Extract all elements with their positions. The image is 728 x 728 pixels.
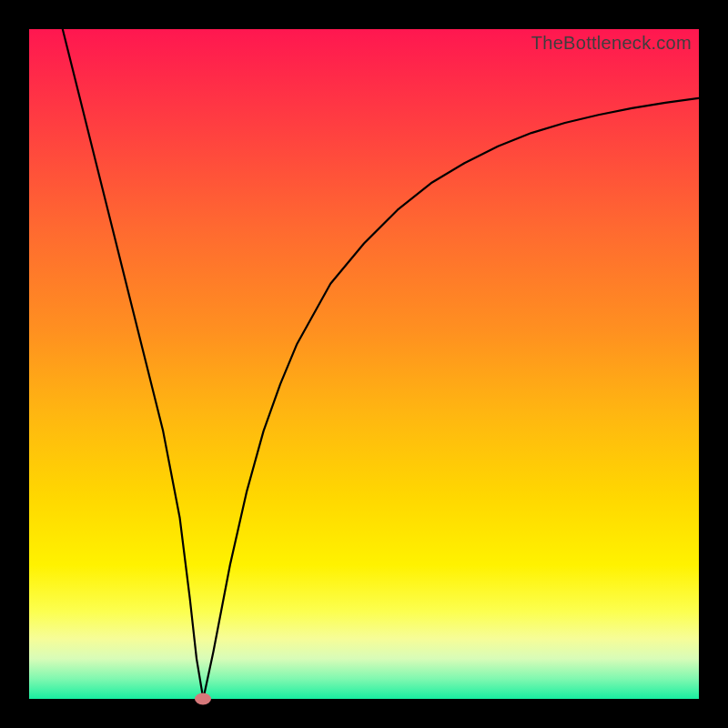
chart-frame: TheBottleneck.com	[0, 0, 728, 728]
line-series	[29, 29, 699, 699]
plot-area: TheBottleneck.com	[29, 29, 699, 699]
dip-marker	[195, 693, 211, 705]
